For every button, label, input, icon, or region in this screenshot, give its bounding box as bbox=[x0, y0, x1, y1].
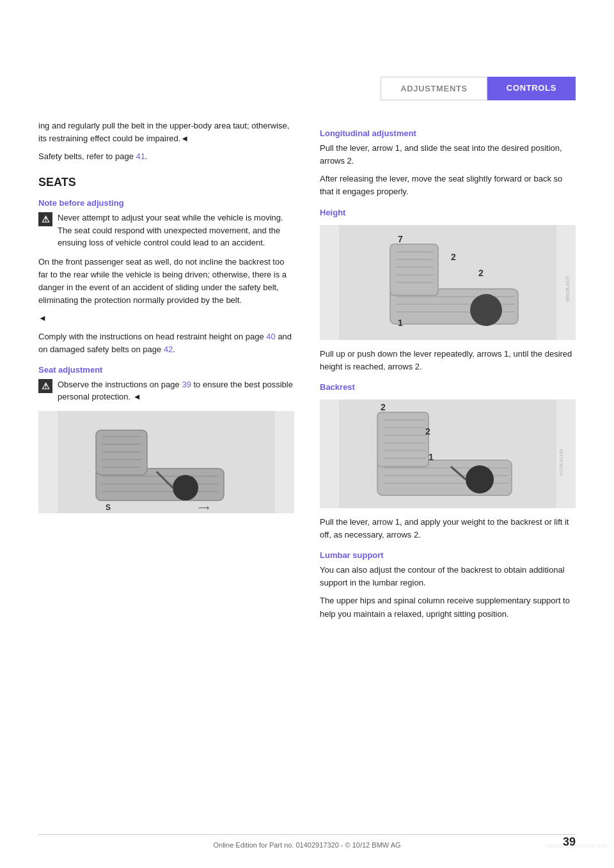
seat-adj-link[interactable]: 39 bbox=[182, 380, 191, 389]
note-before-adjusting-title: Note before adjusting bbox=[38, 198, 294, 208]
warning-box-1: ⚠ Never attempt to adjust your seat whil… bbox=[38, 212, 294, 249]
warning-icon-2: ⚠ bbox=[38, 379, 52, 393]
comply-link-1[interactable]: 40 bbox=[266, 332, 275, 341]
content-area: ing and regularly pull the belt in the u… bbox=[0, 120, 614, 626]
lumbar-p1: You can also adjust the contour of the b… bbox=[320, 564, 576, 589]
seat-backrest-image: 2 2 1 Y1724-01105 bbox=[320, 399, 576, 508]
safety-belts-link[interactable]: 41 bbox=[136, 151, 145, 161]
left-column: ing and regularly pull the belt in the u… bbox=[38, 120, 294, 626]
height-text: Pull up or push down the lever repeatedl… bbox=[320, 348, 576, 373]
warning-icon-1: ⚠ bbox=[38, 212, 52, 226]
svg-text:Y1724-01105: Y1724-01105 bbox=[559, 449, 563, 476]
svg-text:2: 2 bbox=[425, 426, 430, 437]
intro-text: ing and regularly pull the belt in the u… bbox=[38, 120, 294, 145]
safety-belts-ref: Safety belts, refer to page 41. bbox=[38, 150, 294, 163]
svg-text:7: 7 bbox=[398, 234, 403, 244]
svg-text:1: 1 bbox=[429, 452, 434, 462]
svg-text:1: 1 bbox=[398, 318, 403, 328]
footer-text: Online Edition for Part no. 01402917320 … bbox=[213, 841, 400, 849]
warning-box-2: ⚠ Observe the instructions on page 39 to… bbox=[38, 378, 294, 403]
seat-height-image: 7 2 2 1 W0026-0075 bbox=[320, 225, 576, 340]
longitudinal-adj-p1: Pull the lever, arrow 1, and slide the s… bbox=[320, 142, 576, 167]
backrest-title: Backrest bbox=[320, 382, 576, 392]
tab-controls[interactable]: CONTROLS bbox=[487, 77, 576, 100]
warning-text-seat: Observe the instructions on page 39 to e… bbox=[58, 378, 294, 403]
lumbar-p2: The upper hips and spinal column receive… bbox=[320, 594, 576, 620]
svg-text:2: 2 bbox=[478, 268, 484, 278]
page-container: ADJUSTMENTS CONTROLS ing and regularly p… bbox=[0, 0, 614, 868]
right-column: Longitudinal adjustment Pull the lever, … bbox=[320, 120, 576, 626]
seat-adjustment-title: Seat adjustment bbox=[38, 365, 294, 375]
height-title: Height bbox=[320, 208, 576, 217]
svg-point-44 bbox=[466, 465, 494, 493]
svg-text:⟶: ⟶ bbox=[198, 503, 209, 512]
seats-title: SEATS bbox=[38, 176, 294, 189]
seat-image-left: S ⟶ bbox=[38, 411, 294, 513]
svg-point-26 bbox=[470, 294, 502, 326]
svg-text:2: 2 bbox=[381, 402, 386, 412]
comply-link-2[interactable]: 42 bbox=[164, 345, 173, 354]
longitudinal-adj-p2: After releasing the lever, move the seat… bbox=[320, 173, 576, 198]
end-marker-2: ◄ bbox=[38, 312, 294, 325]
header-tabs: ADJUSTMENTS CONTROLS bbox=[0, 0, 614, 100]
svg-text:S: S bbox=[106, 503, 111, 512]
tab-adjustments[interactable]: ADJUSTMENTS bbox=[381, 77, 487, 100]
comply-text: Comply with the instructions on head res… bbox=[38, 330, 294, 356]
longitudinal-adj-title: Longitudinal adjustment bbox=[320, 128, 576, 138]
svg-text:W0026-0075: W0026-0075 bbox=[565, 275, 570, 301]
warning-text-2: On the front passenger seat as well, do … bbox=[38, 256, 294, 307]
end-marker: ◄ bbox=[180, 134, 189, 143]
svg-text:2: 2 bbox=[451, 252, 456, 262]
watermark: carmanualsonline.info bbox=[486, 842, 614, 862]
lumbar-support-title: Lumbar support bbox=[320, 550, 576, 560]
warning-text-1: Never attempt to adjust your seat while … bbox=[58, 212, 294, 249]
svg-point-11 bbox=[173, 475, 198, 500]
backrest-text: Pull the lever, arrow 1, and apply your … bbox=[320, 516, 576, 541]
